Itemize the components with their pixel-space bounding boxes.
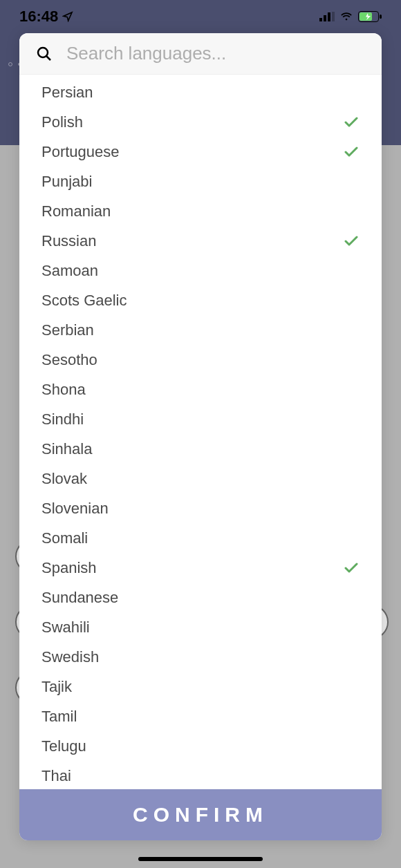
svg-line-8	[46, 56, 50, 60]
language-item[interactable]: Spanish	[19, 553, 382, 583]
language-list[interactable]: PersianPolishPortuguesePunjabiRomanianRu…	[19, 75, 382, 789]
language-label: Romanian	[41, 202, 111, 220]
search-bar	[19, 33, 382, 75]
location-arrow-icon	[62, 11, 73, 22]
language-item[interactable]: Slovak	[19, 464, 382, 493]
language-label: Thai	[41, 767, 71, 785]
language-item[interactable]: Samoan	[19, 256, 382, 285]
language-item[interactable]: Scots Gaelic	[19, 285, 382, 315]
svg-point-7	[38, 48, 48, 57]
cellular-signal-icon	[319, 11, 335, 22]
language-item[interactable]: Portuguese	[19, 137, 382, 167]
language-item[interactable]: Thai	[19, 761, 382, 789]
language-item[interactable]: Swedish	[19, 642, 382, 672]
status-time: 16:48	[19, 8, 73, 26]
language-label: Sesotho	[41, 351, 97, 369]
language-label: Slovak	[41, 470, 87, 488]
language-label: Scots Gaelic	[41, 292, 127, 310]
language-label: Slovenian	[41, 500, 109, 518]
home-indicator[interactable]	[138, 857, 263, 861]
language-item[interactable]: Somali	[19, 523, 382, 553]
svg-rect-6	[360, 12, 372, 21]
language-label: Sinhala	[41, 440, 92, 458]
language-item[interactable]: Slovenian	[19, 493, 382, 523]
search-icon	[36, 46, 53, 62]
language-label: Tajik	[41, 678, 72, 696]
language-label: Swedish	[41, 648, 99, 666]
language-item[interactable]: Tamil	[19, 701, 382, 731]
language-item[interactable]: Shona	[19, 375, 382, 404]
svg-rect-0	[319, 18, 322, 21]
language-label: Punjabi	[41, 173, 92, 191]
language-item[interactable]: Romanian	[19, 196, 382, 226]
wifi-icon	[339, 11, 354, 22]
language-item[interactable]: Sundanese	[19, 583, 382, 612]
language-item[interactable]: Punjabi	[19, 167, 382, 196]
battery-charging-icon	[358, 11, 382, 22]
confirm-button[interactable]: CONFIRM	[19, 789, 382, 840]
language-item[interactable]: Swahili	[19, 612, 382, 642]
language-label: Persian	[41, 84, 93, 102]
language-label: Sindhi	[41, 411, 84, 428]
language-label: Samoan	[41, 262, 98, 280]
svg-rect-3	[332, 12, 335, 21]
check-icon	[343, 560, 360, 576]
language-label: Tamil	[41, 708, 77, 726]
language-label: Spanish	[41, 559, 97, 577]
language-label: Polish	[41, 113, 83, 131]
language-item[interactable]: Tajik	[19, 672, 382, 701]
clock-text: 16:48	[19, 8, 58, 26]
language-label: Shona	[41, 381, 86, 399]
language-item[interactable]: Russian	[19, 226, 382, 256]
language-label: Swahili	[41, 619, 90, 636]
svg-rect-5	[380, 15, 382, 19]
language-item[interactable]: Polish	[19, 107, 382, 137]
language-item[interactable]: Persian	[19, 77, 382, 107]
svg-rect-2	[328, 12, 330, 21]
language-item[interactable]: Serbian	[19, 315, 382, 345]
language-label: Telugu	[41, 737, 86, 755]
check-icon	[343, 144, 360, 160]
search-input[interactable]	[66, 43, 365, 64]
language-label: Russian	[41, 232, 96, 250]
language-picker-modal: PersianPolishPortuguesePunjabiRomanianRu…	[19, 33, 382, 840]
status-bar: 16:48	[0, 0, 401, 33]
svg-rect-1	[324, 15, 326, 21]
language-item[interactable]: Sindhi	[19, 404, 382, 434]
check-icon	[343, 114, 360, 131]
check-icon	[343, 233, 360, 249]
language-label: Portuguese	[41, 143, 120, 161]
language-item[interactable]: Telugu	[19, 731, 382, 761]
language-label: Serbian	[41, 321, 94, 339]
status-indicators	[319, 11, 382, 22]
language-label: Sundanese	[41, 589, 118, 607]
language-item[interactable]: Sesotho	[19, 345, 382, 375]
language-label: Somali	[41, 529, 88, 547]
language-item[interactable]: Sinhala	[19, 434, 382, 464]
